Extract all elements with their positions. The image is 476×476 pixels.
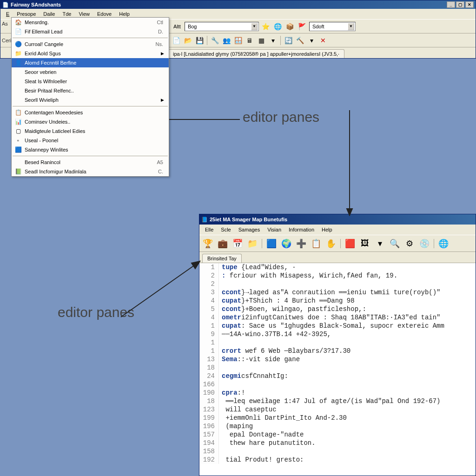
menu-item-label: Besed Ranincol [23,159,157,165]
new-icon[interactable]: 📄 [171,35,181,46]
dropdown-arrow-icon[interactable]: ▾ [306,35,317,46]
menu-item-label: Seorll Wvieliph [23,97,161,103]
menu-help2[interactable]: Help [318,226,336,233]
dropdown-item[interactable]: 📊Cominsev Undeies.. [12,117,169,126]
dropdown-item[interactable]: Sleat Is Wifnloeller [12,77,169,86]
dropdown-item[interactable]: 📄Fif Ellemail LeadD. [12,27,169,36]
tool-icon[interactable]: 🔧 [210,35,220,46]
flag-icon[interactable]: 🚩 [297,21,307,32]
code-line: 157 epal Dontage-"nadte [199,430,476,439]
wrench-icon[interactable]: 🔨 [295,35,305,46]
menu-item-icon: 📗 [13,168,23,175]
dropdown-item[interactable]: Besir Pritaal Relfenc.. [12,86,169,95]
grid-icon[interactable]: ▦ [256,35,266,46]
globe-icon[interactable]: 🌐 [273,21,283,32]
trophy-icon[interactable]: 🏆 [201,237,214,250]
pic-icon[interactable]: 🖼 [358,237,371,250]
menu-e[interactable]: E [2,10,13,18]
open-icon[interactable]: 📂 [183,35,193,46]
code-line: 1tupe {Lead"Wides, · [199,263,476,271]
folder-icon[interactable]: 📁 [246,237,259,250]
dropdown-item[interactable]: 🔵Curroal! CangeleNs. [12,40,169,49]
chevron-right-icon: ▶ [161,98,167,102]
refresh-icon[interactable]: 🔄 [283,35,293,46]
dropdown-item[interactable]: 📗Seadl Incfomigur MadinlalaC. [12,167,169,176]
minimize-button[interactable]: _ [447,1,455,8]
doc-icon[interactable]: 📋 [310,237,323,250]
dropdown-item[interactable]: Seoor vebrien [12,67,169,77]
maximize-button[interactable]: ▢ [456,1,464,8]
menu-view[interactable]: View [75,10,93,18]
code-line: 158 [199,447,476,456]
combo-1[interactable]: Bog ▼ [185,22,259,31]
square-icon[interactable]: 🟦 [265,237,278,250]
search-icon[interactable]: 🔍 [388,237,401,250]
star-icon[interactable]: ⭐ [261,21,271,32]
dropdown-item[interactable]: Seorll Wvieliph▶ [12,95,169,105]
briefcase-icon[interactable]: 💼 [216,237,229,250]
code-line: 4ometri2infugtCanitwes doe : Shaq 18AB"I… [199,313,476,322]
code-line: 9──14A-wino.37TB.14 +42-3925, [199,330,476,338]
red-icon[interactable]: 🟥 [344,237,357,250]
code-line: 13Sema::-vit side gane [199,355,476,364]
save-icon[interactable]: 💾 [194,35,205,46]
menu-item-label: Besir Pritaal Relfenc.. [23,88,167,93]
combo-2[interactable]: Sdoft ▼ [309,22,356,31]
dropdown-item[interactable]: 📋Contentagen Moeedesies [12,108,169,117]
hand-icon[interactable]: ✋ [324,237,337,250]
close-button[interactable]: ✕ [465,1,474,8]
code-line: 4cupat}+TShich : 4 Burich ══Dang 98 [199,297,476,305]
editor-tabbar: Brinsited Tay [199,251,476,263]
delete-icon[interactable]: ✕ [318,35,328,46]
dropdown-item[interactable]: Besed RanincolA5 [12,158,169,167]
tab-document[interactable]: ipa·l [Lnaidialatted glymy (075f/2058® p… [168,49,344,58]
arrow-2 [345,109,354,216]
menu-item-label: Contentagen Moeedesies [23,110,167,115]
menu-item-icon: 📄 [13,28,23,35]
menu-item-label: Salannepy Winlites [23,147,167,152]
menu-samages[interactable]: Samages [235,226,264,233]
dropdown-item[interactable]: 🏠Mensrdng.Ctl [12,18,169,27]
code-line: 123 will caseptuc [199,405,476,414]
toolbar-label: Altt [172,24,183,29]
menu-information[interactable]: Information [285,226,318,233]
menu-presope[interactable]: Presope [13,10,40,18]
code-line: 3ccont}→laged as"A conrautiion ══ieniu t… [199,288,476,297]
menu-item-icon: 📁 [13,50,23,57]
menu-help[interactable]: Help [115,10,133,18]
code-line: 196 (maping [199,422,476,430]
plus-icon[interactable]: ➕ [295,237,308,250]
main-titlebar: 📄 Fairway SAndshants _ ▢ ✕ [0,0,476,9]
svg-marker-3 [347,209,352,215]
world-icon[interactable]: 🌐 [437,237,450,250]
menu-tde[interactable]: Tde [59,10,75,18]
box-icon[interactable]: 📦 [285,21,295,32]
menu-item-icon: 🏠 [13,19,23,26]
menu-item-label: Alornd Fecnntil Berfine [23,60,167,66]
people-icon[interactable]: 👥 [221,35,231,46]
dropdown-item[interactable]: 👤Alornd Fecnntil Berfine [12,58,169,67]
menu-visian[interactable]: Visian [264,226,285,233]
dropdown-item[interactable]: 📁Exrid Aold Sgus▶ [12,49,169,58]
code-editor[interactable]: 1tupe {Lead"Wides, ·2: fcriour with Misa… [199,263,476,476]
globe2-icon[interactable]: 🌍 [280,237,293,250]
gear-icon[interactable]: ⚙ [403,237,416,250]
window-icon[interactable]: 🪟 [233,35,243,46]
screen-icon[interactable]: 🖥 [245,35,255,46]
tab-brinsited[interactable]: Brinsited Tay [202,254,242,263]
dropdown-item[interactable]: 🟦Salannepy Winlites [12,145,169,154]
dropdown-arrow-icon[interactable]: ▾ [373,237,386,250]
dropdown-arrow-icon[interactable]: ▾ [268,35,278,46]
code-line: 192 tial Produt! gresto: [199,456,476,464]
calendar-icon[interactable]: 📅 [231,237,244,250]
main-title: Fairway SAndshants [11,2,61,7]
code-line: 1 [199,338,476,347]
menu-scle[interactable]: Scle [217,226,234,233]
menu-elle[interactable]: Elle [201,226,217,233]
dropdown-item[interactable]: ▫Useal - Poonel [12,136,169,145]
dropdown-item[interactable]: ▢Maidigteule Laticleel Edies [12,126,169,136]
menu-daile[interactable]: Daile [40,10,59,18]
disk-icon[interactable]: 💿 [418,237,431,250]
menu-edove[interactable]: Edove [93,10,115,18]
menu-item-label: Useal - Poonel [23,138,167,143]
